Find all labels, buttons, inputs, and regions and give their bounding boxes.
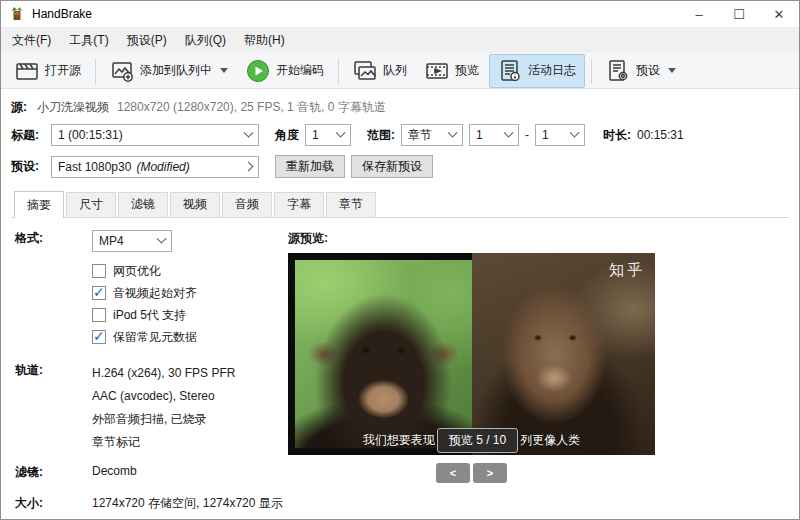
queue-button[interactable]: 队列 xyxy=(345,55,415,87)
checkbox-unchecked-icon[interactable] xyxy=(92,308,106,322)
track-video: H.264 (x264), 30 FPS PFR xyxy=(92,362,235,385)
reload-preset-button[interactable]: 重新加载 xyxy=(275,155,345,178)
preview-counter-tooltip: 预览 5 / 10 xyxy=(437,428,518,453)
activity-log-button[interactable]: 活动日志 xyxy=(489,54,585,88)
range-type-value: 章节 xyxy=(408,127,432,144)
tab-strip: 摘要 尺寸 滤镜 视频 音频 字幕 章节 xyxy=(11,190,789,217)
toolbar-separator xyxy=(338,58,339,84)
start-encode-button[interactable]: 开始编码 xyxy=(238,55,332,87)
handbrake-logo-icon xyxy=(9,6,25,22)
range-to-value: 1 xyxy=(542,128,549,142)
save-new-preset-button[interactable]: 保存新预设 xyxy=(351,155,433,178)
preview-label: 预览 xyxy=(455,62,479,79)
open-source-button[interactable]: 打开源 xyxy=(7,55,89,87)
summary-tab-panel: 格式: MP4 网页优化 音视频起始对齐 iPod 5代 支持 xyxy=(11,217,789,520)
size-label: 大小: xyxy=(15,495,92,512)
angle-select[interactable]: 1 xyxy=(305,124,351,146)
photo-stack-icon xyxy=(353,59,377,83)
preset-select[interactable]: Fast 1080p30 (Modified) xyxy=(51,156,259,178)
tab-audio[interactable]: 音频 xyxy=(222,192,272,217)
tracks-row: 轨道: H.264 (x264), 30 FPS PFR AAC (avcode… xyxy=(15,362,288,454)
open-source-label: 打开源 xyxy=(45,62,81,79)
close-button[interactable]: ✕ xyxy=(759,1,799,27)
summary-settings-column: 格式: MP4 网页优化 音视频起始对齐 iPod 5代 支持 xyxy=(15,230,288,520)
menu-bar: 文件(F) 工具(T) 预设(P) 队列(Q) 帮助(H) xyxy=(1,27,799,53)
subtitle-left-text: 我们想要表现 xyxy=(363,432,435,449)
web-optimized-label: 网页优化 xyxy=(113,263,161,280)
duration-label: 时长: xyxy=(603,127,631,144)
format-select[interactable]: MP4 xyxy=(92,230,172,252)
tab-filters[interactable]: 滤镜 xyxy=(118,192,168,217)
queue-label: 队列 xyxy=(383,62,407,79)
chevron-right-icon xyxy=(244,162,254,172)
film-preview-icon xyxy=(425,59,449,83)
activity-log-label: 活动日志 xyxy=(528,62,576,79)
preview-nav: < > xyxy=(288,463,655,483)
checkbox-checked-icon[interactable] xyxy=(92,330,106,344)
format-options: 网页优化 音视频起始对齐 iPod 5代 支持 保留常见元数据 xyxy=(92,260,288,348)
title-select[interactable]: 1 (00:15:31) xyxy=(51,124,259,146)
tab-summary[interactable]: 摘要 xyxy=(14,191,64,218)
chevron-down-icon xyxy=(336,127,346,137)
source-label: 源: xyxy=(11,99,27,116)
size-value: 1274x720 存储空间, 1274x720 显示 xyxy=(92,495,283,512)
track-chapter-markers: 章节标记 xyxy=(92,431,235,454)
tab-dimensions[interactable]: 尺寸 xyxy=(66,192,116,217)
align-av-start-option[interactable]: 音视频起始对齐 xyxy=(92,282,288,304)
preview-button[interactable]: 预览 xyxy=(417,55,487,87)
toolbar-separator xyxy=(95,58,96,84)
checkbox-unchecked-icon[interactable] xyxy=(92,264,106,278)
presets-button[interactable]: 预设 xyxy=(598,55,684,87)
chevron-down-icon xyxy=(570,127,580,137)
title-bar: HandBrake – ☐ ✕ xyxy=(1,1,799,27)
ipod-support-option[interactable]: iPod 5代 支持 xyxy=(92,304,288,326)
previous-preview-button[interactable]: < xyxy=(436,463,470,483)
ipod-support-label: iPod 5代 支持 xyxy=(113,307,186,324)
tab-chapters[interactable]: 章节 xyxy=(326,192,376,217)
range-label: 范围: xyxy=(367,127,395,144)
title-select-value: 1 (00:15:31) xyxy=(58,128,123,142)
preset-gear-icon xyxy=(606,59,630,83)
add-to-queue-button[interactable]: 添加到队列中 xyxy=(102,55,236,87)
subtitle-row: 我们想要表现 预览 5 / 10 列更像人类 xyxy=(288,428,655,453)
window-title: HandBrake xyxy=(32,7,679,21)
range-type-select[interactable]: 章节 xyxy=(401,124,463,146)
preview-photo-left-chimp xyxy=(295,260,472,448)
track-foreign-audio: 外部音频扫描, 已烧录 xyxy=(92,408,235,431)
minimize-button[interactable]: – xyxy=(679,1,719,27)
start-encode-label: 开始编码 xyxy=(276,62,324,79)
tab-subtitles[interactable]: 字幕 xyxy=(274,192,324,217)
checkbox-checked-icon[interactable] xyxy=(92,286,106,300)
presets-label: 预设 xyxy=(636,62,660,79)
menu-help[interactable]: 帮助(H) xyxy=(235,28,294,53)
format-row: 格式: MP4 xyxy=(15,230,288,252)
chevron-down-icon xyxy=(157,233,167,243)
watermark-text: 知乎 xyxy=(609,261,645,280)
preset-modified-flag: (Modified) xyxy=(136,160,189,174)
format-label: 格式: xyxy=(15,230,92,252)
menu-tools[interactable]: 工具(T) xyxy=(60,28,117,53)
chevron-down-icon xyxy=(668,68,676,73)
align-av-start-label: 音视频起始对齐 xyxy=(113,285,197,302)
menu-file[interactable]: 文件(F) xyxy=(3,28,60,53)
chevron-down-icon xyxy=(244,127,254,137)
duration-value: 00:15:31 xyxy=(637,128,684,142)
range-to-select[interactable]: 1 xyxy=(535,124,585,146)
size-row: 大小: 1274x720 存储空间, 1274x720 显示 xyxy=(15,495,288,512)
next-preview-button[interactable]: > xyxy=(473,463,507,483)
preview-photo-right-chimp xyxy=(472,253,655,455)
menu-presets[interactable]: 预设(P) xyxy=(118,28,176,53)
title-label: 标题: xyxy=(11,127,39,144)
keep-metadata-option[interactable]: 保留常见元数据 xyxy=(92,326,288,348)
range-from-select[interactable]: 1 xyxy=(469,124,519,146)
menu-queue[interactable]: 队列(Q) xyxy=(176,28,235,53)
format-value: MP4 xyxy=(99,234,124,248)
source-details: 1280x720 (1280x720), 25 FPS, 1 音轨, 0 字幕轨… xyxy=(117,99,386,116)
range-from-value: 1 xyxy=(476,128,483,142)
maximize-button[interactable]: ☐ xyxy=(719,1,759,27)
web-optimized-option[interactable]: 网页优化 xyxy=(92,260,288,282)
source-name: 小刀洗澡视频 xyxy=(37,99,109,116)
tab-video[interactable]: 视频 xyxy=(170,192,220,217)
track-audio: AAC (avcodec), Stereo xyxy=(92,385,235,408)
filters-value: Decomb xyxy=(92,464,137,481)
